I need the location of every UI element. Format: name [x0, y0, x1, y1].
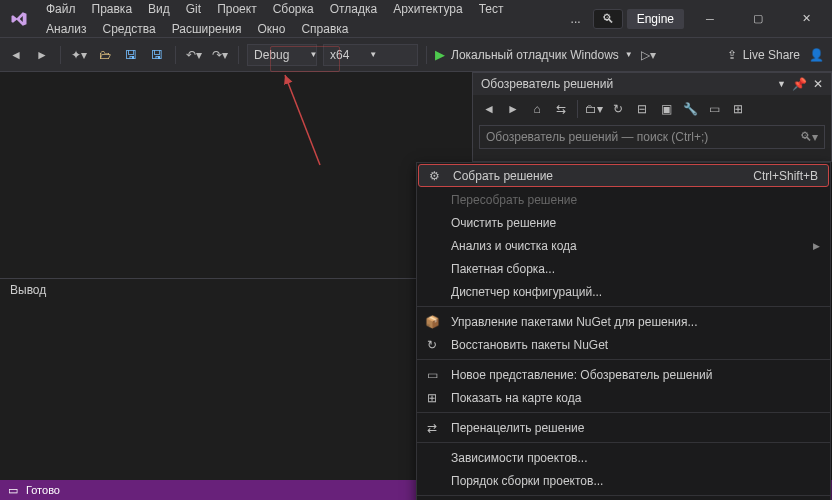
vs-logo-icon: [0, 0, 38, 38]
menu-правка[interactable]: Правка: [84, 0, 141, 19]
account-icon[interactable]: 👤: [806, 45, 826, 65]
fwd-icon[interactable]: ►: [503, 99, 523, 119]
search-go-icon[interactable]: 🔍︎▾: [800, 130, 818, 144]
menu-архитектура[interactable]: Архитектура: [385, 0, 471, 19]
open-icon[interactable]: 🗁: [95, 45, 115, 65]
nav-back-icon[interactable]: ◄: [6, 45, 26, 65]
close-button[interactable]: ✕: [784, 4, 828, 34]
menu-тест[interactable]: Тест: [471, 0, 512, 19]
ctx-анализ-и-очистка-кода[interactable]: Анализ и очистка кода▶: [417, 234, 830, 257]
menu-справка[interactable]: Справка: [293, 19, 356, 39]
save-icon[interactable]: 🖫: [121, 45, 141, 65]
view-icon[interactable]: ⊞: [728, 99, 748, 119]
menu-сборка[interactable]: Сборка: [265, 0, 322, 19]
ctx-диспетчер-конфигураций-[interactable]: Диспетчер конфигураций...: [417, 280, 830, 303]
status-output-icon[interactable]: ▭: [8, 484, 18, 497]
menu-проект[interactable]: Проект: [209, 0, 265, 19]
search-icon: 🔍︎: [602, 12, 614, 26]
refresh-icon[interactable]: ↻: [608, 99, 628, 119]
ctx-восстановить-пакеты-nuget[interactable]: ↻Восстановить пакеты NuGet: [417, 333, 830, 356]
output-title: Вывод: [0, 279, 416, 301]
solution-explorer-title: Обозреватель решений: [481, 77, 613, 91]
ctx-порядок-сборки-проектов-[interactable]: Порядок сборки проектов...: [417, 469, 830, 492]
menu-отладка[interactable]: Отладка: [322, 0, 385, 19]
main-toolbar: ◄ ► ✦▾ 🗁 🖫 🖫 ↶▾ ↷▾ Debug▼ x64▼ ▶ Локальн…: [0, 38, 832, 72]
menu-расширения[interactable]: Расширения: [164, 19, 250, 39]
sync-icon[interactable]: 🗀▾: [584, 99, 604, 119]
switch-view-icon[interactable]: ⇆: [551, 99, 571, 119]
svg-line-0: [285, 75, 320, 165]
save-all-icon[interactable]: 🖫: [147, 45, 167, 65]
show-all-icon[interactable]: ▣: [656, 99, 676, 119]
ctx-новое-представление-обозреватель-решений[interactable]: ▭Новое представление: Обозреватель решен…: [417, 363, 830, 386]
panel-close-icon[interactable]: ✕: [813, 77, 823, 91]
menu-окно[interactable]: Окно: [249, 19, 293, 39]
ctx-очистить-решение[interactable]: Очистить решение: [417, 211, 830, 234]
menu-средства[interactable]: Средства: [95, 19, 164, 39]
preview-icon[interactable]: ▭: [704, 99, 724, 119]
liveshare-button[interactable]: Live Share: [743, 48, 800, 62]
menu-файл[interactable]: Файл: [38, 0, 84, 19]
home-icon[interactable]: ⌂: [527, 99, 547, 119]
back-icon[interactable]: ◄: [479, 99, 499, 119]
solution-context-menu: ⚙Собрать решениеCtrl+Shift+BПересобрать …: [416, 162, 831, 500]
minimize-button[interactable]: ─: [688, 4, 732, 34]
new-item-icon[interactable]: ✦▾: [69, 45, 89, 65]
ctx-управление-пакетами-nuget-для-решения-[interactable]: 📦Управление пакетами NuGet для решения..…: [417, 310, 830, 333]
start-debug-dropdown[interactable]: Локальный отладчик Windows▼: [451, 48, 633, 62]
menu-анализ[interactable]: Анализ: [38, 19, 95, 39]
start-button[interactable]: ▶: [435, 47, 445, 62]
collapse-icon[interactable]: ⊟: [632, 99, 652, 119]
ctx-пересобрать-решение: Пересобрать решение: [417, 188, 830, 211]
debug-target-icon[interactable]: ▷▾: [639, 45, 659, 65]
properties-icon[interactable]: 🔧: [680, 99, 700, 119]
annotation-arrow: [270, 70, 330, 170]
highlight-config: [270, 46, 340, 72]
menu-more[interactable]: ...: [563, 9, 589, 29]
menu-вид[interactable]: Вид: [140, 0, 178, 19]
ctx-собрать-решение[interactable]: ⚙Собрать решениеCtrl+Shift+B: [418, 164, 829, 187]
pin-icon[interactable]: 📌: [792, 77, 807, 91]
undo-icon[interactable]: ↶▾: [184, 45, 204, 65]
redo-icon[interactable]: ↷▾: [210, 45, 230, 65]
panel-options-icon[interactable]: ▼: [777, 79, 786, 89]
solution-search-input[interactable]: Обозреватель решений — поиск (Ctrl+;) 🔍︎…: [479, 125, 825, 149]
status-text: Готово: [26, 484, 60, 496]
ctx-перенацелить-решение[interactable]: ⇄Перенацелить решение: [417, 416, 830, 439]
output-panel: Вывод: [0, 278, 416, 480]
search-box[interactable]: 🔍︎: [593, 9, 623, 29]
solution-name: Engine: [627, 9, 684, 29]
ctx-пакетная-сборка-[interactable]: Пакетная сборка...: [417, 257, 830, 280]
ctx-показать-на-карте-кода[interactable]: ⊞Показать на карте кода: [417, 386, 830, 409]
ctx-зависимости-проектов-[interactable]: Зависимости проектов...: [417, 446, 830, 469]
menu-git[interactable]: Git: [178, 0, 209, 19]
liveshare-icon: ⇪: [727, 48, 737, 62]
solution-explorer-panel: Обозреватель решений ▼ 📌 ✕ ◄ ► ⌂ ⇆ 🗀▾ ↻ …: [472, 72, 832, 162]
maximize-button[interactable]: ▢: [736, 4, 780, 34]
nav-fwd-icon[interactable]: ►: [32, 45, 52, 65]
